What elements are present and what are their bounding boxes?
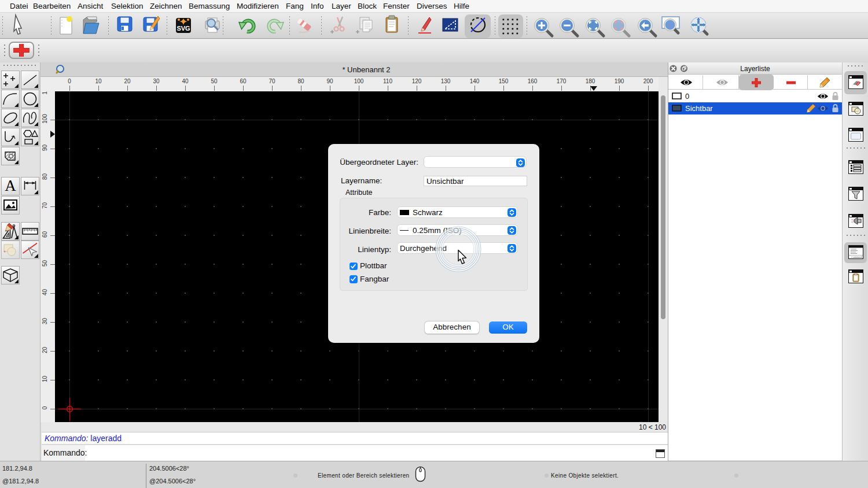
svg-text:> command: > command — [851, 256, 862, 258]
